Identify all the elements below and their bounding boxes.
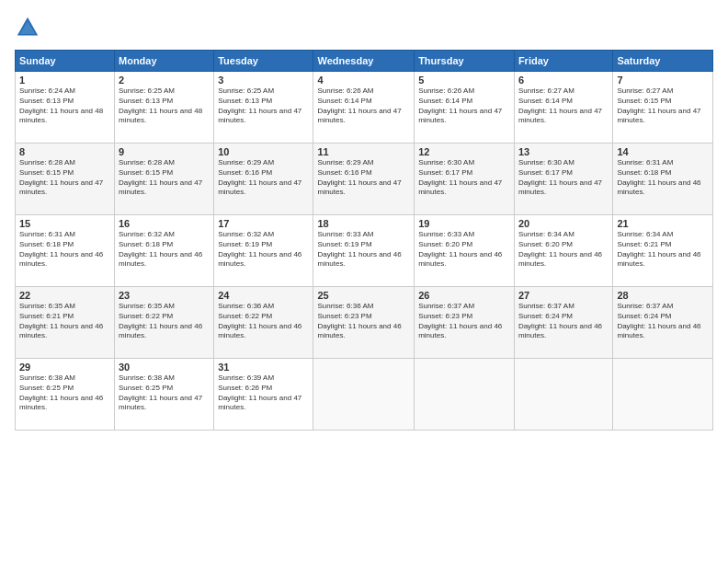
weekday-header-saturday: Saturday <box>613 51 713 72</box>
day-number: 22 <box>19 290 110 301</box>
calendar-cell: 16 Sunrise: 6:32 AMSunset: 6:18 PMDaylig… <box>115 215 214 287</box>
calendar-cell: 10 Sunrise: 6:29 AMSunset: 6:16 PMDaylig… <box>214 144 313 215</box>
calendar-cell: 14 Sunrise: 6:31 AMSunset: 6:18 PMDaylig… <box>613 144 713 215</box>
weekday-header-wednesday: Wednesday <box>313 51 415 72</box>
day-number: 5 <box>418 75 510 86</box>
day-info: Sunrise: 6:37 AMSunset: 6:23 PMDaylight:… <box>418 302 510 341</box>
day-number: 7 <box>617 75 709 86</box>
calendar-week-3: 15 Sunrise: 6:31 AMSunset: 6:18 PMDaylig… <box>16 215 713 287</box>
day-info: Sunrise: 6:33 AMSunset: 6:20 PMDaylight:… <box>418 230 510 270</box>
calendar-cell: 17 Sunrise: 6:32 AMSunset: 6:19 PMDaylig… <box>214 215 313 287</box>
day-info: Sunrise: 6:38 AMSunset: 6:25 PMDaylight:… <box>19 373 110 413</box>
calendar-cell: 28 Sunrise: 6:37 AMSunset: 6:24 PMDaylig… <box>613 287 713 359</box>
day-info: Sunrise: 6:36 AMSunset: 6:22 PMDaylight:… <box>218 302 309 341</box>
calendar-cell: 15 Sunrise: 6:31 AMSunset: 6:18 PMDaylig… <box>16 215 115 287</box>
day-info: Sunrise: 6:30 AMSunset: 6:17 PMDaylight:… <box>518 158 609 198</box>
calendar-cell <box>313 359 415 431</box>
day-number: 11 <box>317 146 410 157</box>
day-info: Sunrise: 6:30 AMSunset: 6:17 PMDaylight:… <box>418 158 510 198</box>
calendar-cell: 20 Sunrise: 6:34 AMSunset: 6:20 PMDaylig… <box>514 215 612 287</box>
day-info: Sunrise: 6:39 AMSunset: 6:26 PMDaylight:… <box>218 373 309 413</box>
page-header <box>15 15 713 40</box>
calendar-week-5: 29 Sunrise: 6:38 AMSunset: 6:25 PMDaylig… <box>16 359 713 431</box>
day-number: 13 <box>518 146 609 157</box>
calendar-cell: 19 Sunrise: 6:33 AMSunset: 6:20 PMDaylig… <box>415 215 515 287</box>
calendar-table: SundayMondayTuesdayWednesdayThursdayFrid… <box>15 50 713 431</box>
day-info: Sunrise: 6:37 AMSunset: 6:24 PMDaylight:… <box>617 302 709 341</box>
day-info: Sunrise: 6:32 AMSunset: 6:19 PMDaylight:… <box>218 230 309 270</box>
day-number: 6 <box>518 75 609 86</box>
day-number: 1 <box>19 75 110 86</box>
calendar-cell: 9 Sunrise: 6:28 AMSunset: 6:15 PMDayligh… <box>115 144 214 215</box>
day-info: Sunrise: 6:29 AMSunset: 6:16 PMDaylight:… <box>218 158 309 198</box>
day-info: Sunrise: 6:24 AMSunset: 6:13 PMDaylight:… <box>19 86 110 126</box>
day-number: 10 <box>218 146 309 157</box>
weekday-header-friday: Friday <box>514 51 612 72</box>
day-number: 9 <box>119 146 210 157</box>
day-number: 14 <box>617 146 709 157</box>
day-info: Sunrise: 6:26 AMSunset: 6:14 PMDaylight:… <box>418 86 510 126</box>
calendar-cell: 3 Sunrise: 6:25 AMSunset: 6:13 PMDayligh… <box>214 72 313 144</box>
day-number: 18 <box>317 218 410 229</box>
day-info: Sunrise: 6:34 AMSunset: 6:20 PMDaylight:… <box>518 230 609 270</box>
day-info: Sunrise: 6:38 AMSunset: 6:25 PMDaylight:… <box>119 373 210 413</box>
day-info: Sunrise: 6:34 AMSunset: 6:21 PMDaylight:… <box>617 230 709 270</box>
day-number: 23 <box>119 290 210 301</box>
day-info: Sunrise: 6:28 AMSunset: 6:15 PMDaylight:… <box>19 158 110 198</box>
day-info: Sunrise: 6:26 AMSunset: 6:14 PMDaylight:… <box>317 86 410 126</box>
calendar-cell: 23 Sunrise: 6:35 AMSunset: 6:22 PMDaylig… <box>115 287 214 359</box>
day-number: 2 <box>119 75 210 86</box>
calendar-week-2: 8 Sunrise: 6:28 AMSunset: 6:15 PMDayligh… <box>16 144 713 215</box>
day-number: 4 <box>317 75 410 86</box>
calendar-cell: 8 Sunrise: 6:28 AMSunset: 6:15 PMDayligh… <box>16 144 115 215</box>
day-number: 17 <box>218 218 309 229</box>
weekday-header-sunday: Sunday <box>16 51 115 72</box>
weekday-header-row: SundayMondayTuesdayWednesdayThursdayFrid… <box>16 51 713 72</box>
day-info: Sunrise: 6:33 AMSunset: 6:19 PMDaylight:… <box>317 230 410 270</box>
day-number: 24 <box>218 290 309 301</box>
calendar-cell: 1 Sunrise: 6:24 AMSunset: 6:13 PMDayligh… <box>16 72 115 144</box>
calendar-cell: 5 Sunrise: 6:26 AMSunset: 6:14 PMDayligh… <box>415 72 515 144</box>
day-info: Sunrise: 6:28 AMSunset: 6:15 PMDaylight:… <box>119 158 210 198</box>
day-info: Sunrise: 6:31 AMSunset: 6:18 PMDaylight:… <box>617 158 709 198</box>
day-number: 28 <box>617 290 709 301</box>
day-number: 20 <box>518 218 609 229</box>
day-number: 3 <box>218 75 309 86</box>
day-info: Sunrise: 6:31 AMSunset: 6:18 PMDaylight:… <box>19 230 110 270</box>
calendar-cell: 22 Sunrise: 6:35 AMSunset: 6:21 PMDaylig… <box>16 287 115 359</box>
day-number: 16 <box>119 218 210 229</box>
day-number: 29 <box>19 362 110 373</box>
calendar-cell: 6 Sunrise: 6:27 AMSunset: 6:14 PMDayligh… <box>514 72 612 144</box>
calendar-cell <box>415 359 515 431</box>
calendar-cell <box>514 359 612 431</box>
calendar-cell: 2 Sunrise: 6:25 AMSunset: 6:13 PMDayligh… <box>115 72 214 144</box>
weekday-header-monday: Monday <box>115 51 214 72</box>
day-info: Sunrise: 6:25 AMSunset: 6:13 PMDaylight:… <box>119 86 210 126</box>
calendar-cell: 26 Sunrise: 6:37 AMSunset: 6:23 PMDaylig… <box>415 287 515 359</box>
day-number: 19 <box>418 218 510 229</box>
calendar-cell: 18 Sunrise: 6:33 AMSunset: 6:19 PMDaylig… <box>313 215 415 287</box>
calendar-cell <box>613 359 713 431</box>
day-info: Sunrise: 6:29 AMSunset: 6:16 PMDaylight:… <box>317 158 410 198</box>
calendar-cell: 29 Sunrise: 6:38 AMSunset: 6:25 PMDaylig… <box>16 359 115 431</box>
calendar-cell: 21 Sunrise: 6:34 AMSunset: 6:21 PMDaylig… <box>613 215 713 287</box>
day-number: 8 <box>19 146 110 157</box>
logo <box>15 15 44 40</box>
weekday-header-thursday: Thursday <box>415 51 515 72</box>
day-info: Sunrise: 6:32 AMSunset: 6:18 PMDaylight:… <box>119 230 210 270</box>
day-info: Sunrise: 6:25 AMSunset: 6:13 PMDaylight:… <box>218 86 309 126</box>
calendar-cell: 13 Sunrise: 6:30 AMSunset: 6:17 PMDaylig… <box>514 144 612 215</box>
calendar-cell: 4 Sunrise: 6:26 AMSunset: 6:14 PMDayligh… <box>313 72 415 144</box>
day-number: 31 <box>218 362 309 373</box>
calendar-cell: 25 Sunrise: 6:36 AMSunset: 6:23 PMDaylig… <box>313 287 415 359</box>
day-info: Sunrise: 6:27 AMSunset: 6:14 PMDaylight:… <box>518 86 609 126</box>
calendar-week-1: 1 Sunrise: 6:24 AMSunset: 6:13 PMDayligh… <box>16 72 713 144</box>
day-number: 30 <box>119 362 210 373</box>
calendar-cell: 31 Sunrise: 6:39 AMSunset: 6:26 PMDaylig… <box>214 359 313 431</box>
day-info: Sunrise: 6:36 AMSunset: 6:23 PMDaylight:… <box>317 302 410 341</box>
day-info: Sunrise: 6:37 AMSunset: 6:24 PMDaylight:… <box>518 302 609 341</box>
day-number: 25 <box>317 290 410 301</box>
day-number: 15 <box>19 218 110 229</box>
day-number: 12 <box>418 146 510 157</box>
logo-icon <box>15 15 40 40</box>
